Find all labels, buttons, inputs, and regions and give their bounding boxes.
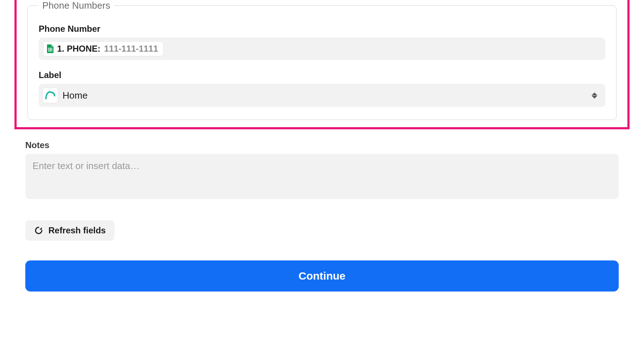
sort-updown-icon [592, 92, 597, 99]
form-container: Phone Numbers Phone Number [0, 0, 644, 306]
select-left-content: Home [42, 87, 87, 103]
pill-prefix-text: 1. PHONE: [57, 44, 100, 54]
phone-numbers-fieldset: Phone Numbers Phone Number [27, 0, 617, 120]
highlighted-section: Phone Numbers Phone Number [14, 0, 630, 129]
refresh-fields-button[interactable]: Refresh fields [25, 220, 115, 241]
pill-value-text: 111-111-1111 [104, 44, 158, 54]
label-select[interactable]: Home [39, 84, 605, 107]
app-logo-icon [42, 87, 58, 103]
phone-number-pill[interactable]: 1. PHONE: 111-111-1111 [43, 41, 164, 56]
refresh-icon [34, 226, 43, 235]
notes-input[interactable] [25, 154, 619, 199]
phone-numbers-legend: Phone Numbers [39, 0, 114, 11]
lower-form-section: Notes Refresh fields Continue [14, 140, 630, 292]
phone-number-label: Phone Number [39, 24, 605, 34]
google-sheets-icon [47, 44, 53, 53]
label-field-label: Label [39, 70, 605, 80]
continue-button[interactable]: Continue [25, 260, 619, 292]
refresh-button-label: Refresh fields [48, 225, 106, 236]
continue-button-label: Continue [299, 270, 345, 282]
phone-number-field-group: Phone Number [39, 24, 605, 60]
notes-label: Notes [25, 140, 619, 150]
label-field-group: Label Home [39, 70, 605, 107]
phone-number-input[interactable]: 1. PHONE: 111-111-1111 [39, 38, 605, 60]
label-select-value: Home [63, 90, 87, 101]
